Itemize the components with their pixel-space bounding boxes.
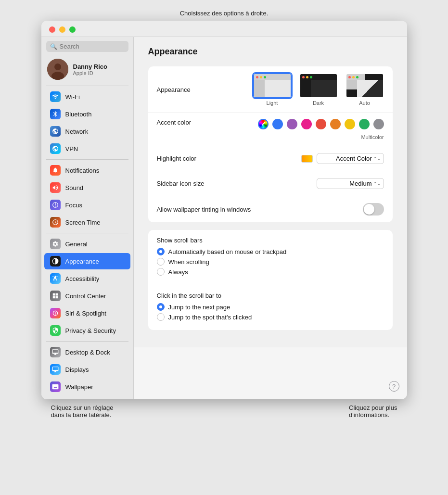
sidebar-icon-select[interactable]: Medium Small Large <box>317 178 384 189</box>
accent-red[interactable] <box>316 119 326 129</box>
sidebar-item-displays[interactable]: Displays <box>44 361 130 378</box>
network-icon <box>50 126 61 137</box>
highlight-color-control: Accent Color <box>253 153 384 164</box>
scroll-click-section: Click in the scroll bar to Jump to the n… <box>148 285 393 330</box>
sidebar-item-focus[interactable]: Focus <box>44 197 130 213</box>
minimize-button[interactable] <box>59 26 65 33</box>
light-thumb <box>253 73 292 98</box>
wallpaper-tinting-toggle[interactable] <box>363 203 384 216</box>
annotation-top: Choisissez des options à droite. <box>180 10 269 17</box>
search-bar[interactable]: 🔍 <box>46 41 128 52</box>
help-button[interactable]: ? <box>389 381 399 392</box>
scrollbars-scrolling-label: When scrolling <box>168 258 209 266</box>
sidebar-item-vpn[interactable]: VPN <box>44 140 130 157</box>
desktop-icon <box>50 347 61 357</box>
siri-icon <box>50 308 61 318</box>
vpn-label: VPN <box>65 145 78 152</box>
sidebar-item-wallpaper[interactable]: Wallpaper <box>44 379 130 395</box>
focus-label: Focus <box>65 202 82 209</box>
sidebar-divider <box>46 86 128 86</box>
show-scrollbars-title: Show scroll bars <box>157 237 384 244</box>
accent-yellow[interactable] <box>345 119 355 129</box>
appearance-auto[interactable]: Auto <box>346 73 384 106</box>
sidebar-item-privacy[interactable]: Privacy & Security <box>44 322 130 339</box>
user-name: Danny Rico <box>73 63 108 70</box>
appearance-card: Appearance <box>148 66 393 222</box>
accessibility-icon <box>50 273 61 284</box>
scroll-click-spot-option[interactable]: Jump to the spot that's clicked <box>157 313 384 321</box>
notifications-icon <box>50 165 61 176</box>
wifi-label: Wi-Fi <box>65 93 80 101</box>
sidebar-item-sound[interactable]: Sound <box>44 179 130 196</box>
sidebar-item-screentime[interactable]: Screen Time <box>44 214 130 230</box>
highlight-control-inner: Accent Color <box>301 153 384 164</box>
sidebar-item-desktop[interactable]: Desktop & Dock <box>44 344 130 360</box>
sidebar-item-appearance[interactable]: Appearance <box>44 253 130 269</box>
sidebar-item-general[interactable]: General <box>44 236 130 252</box>
dark-label: Dark <box>313 100 324 106</box>
scroll-click-title: Click in the scroll bar to <box>157 292 384 299</box>
scroll-click-nextpage-option[interactable]: Jump to the next page <box>157 303 384 311</box>
scrollbars-auto-label: Automatically based on mouse or trackpad <box>168 248 287 255</box>
user-card[interactable]: Danny Rico Apple ID <box>41 55 133 84</box>
sidebar-item-network[interactable]: Network <box>44 123 130 140</box>
accessibility-label: Accessibility <box>65 275 100 282</box>
close-button[interactable] <box>49 26 55 33</box>
highlight-swatch <box>301 155 313 163</box>
toggle-thumb <box>364 204 374 215</box>
scroll-click-nextpage-radio <box>157 303 165 311</box>
appearance-icon <box>50 256 61 267</box>
screentime-label: Screen Time <box>65 219 101 226</box>
sidebar-item-accessibility[interactable]: Accessibility <box>44 270 130 287</box>
accent-orange[interactable] <box>330 119 341 129</box>
controlcenter-icon <box>50 291 61 301</box>
dark-thumb <box>299 73 338 98</box>
wallpaper-tinting-control <box>260 203 384 216</box>
search-input[interactable] <box>60 43 125 50</box>
accent-blue[interactable] <box>272 119 283 129</box>
highlight-select[interactable]: Accent Color <box>317 153 384 164</box>
appearance-row: Appearance <box>148 66 393 113</box>
vpn-icon <box>50 143 61 154</box>
scrollbars-auto-option[interactable]: Automatically based on mouse or trackpad <box>157 248 384 255</box>
appearance-dark[interactable]: Dark <box>299 73 338 106</box>
wallpaper-icon <box>50 381 61 392</box>
accent-graphite[interactable] <box>373 119 384 129</box>
search-icon: 🔍 <box>50 43 57 50</box>
user-info: Danny Rico Apple ID <box>73 63 108 76</box>
sound-icon <box>50 182 61 193</box>
wallpaper-tinting-label: Allow wallpaper tinting in windows <box>157 206 251 213</box>
scrollbars-always-option[interactable]: Always <box>157 268 384 276</box>
accent-green[interactable] <box>359 119 370 129</box>
displays-icon <box>50 364 61 375</box>
sound-label: Sound <box>65 184 84 191</box>
scroll-click-spot-radio <box>157 313 165 321</box>
scrollbars-scrolling-radio <box>157 258 165 266</box>
appearance-thumbs: Light <box>253 73 384 106</box>
accent-multicolor[interactable] <box>258 119 269 129</box>
titlebar <box>41 21 407 37</box>
appearance-light[interactable]: Light <box>253 73 292 106</box>
sidebar-divider-2 <box>46 159 128 160</box>
accent-pink[interactable] <box>301 119 312 129</box>
bluetooth-icon <box>50 109 61 119</box>
sidebar-divider-3 <box>46 233 128 233</box>
sidebar-item-wifi[interactable]: Wi-Fi <box>44 89 130 105</box>
siri-label: Siri & Spotlight <box>65 310 106 317</box>
displays-label: Displays <box>65 366 89 373</box>
wifi-icon <box>50 91 61 102</box>
show-scrollbars-section: Show scroll bars Automatically based on … <box>148 230 393 285</box>
accent-purple[interactable] <box>287 119 297 129</box>
scrollbars-card: Show scroll bars Automatically based on … <box>148 230 393 330</box>
sidebar-item-controlcenter[interactable]: Control Center <box>44 288 130 304</box>
controlcenter-label: Control Center <box>65 292 106 300</box>
wallpaper-tinting-row: Allow wallpaper tinting in windows <box>148 196 393 222</box>
scrollbars-scrolling-option[interactable]: When scrolling <box>157 258 384 266</box>
maximize-button[interactable] <box>69 26 76 33</box>
sidebar-item-siri[interactable]: Siri & Spotlight <box>44 305 130 321</box>
sidebar-item-bluetooth[interactable]: Bluetooth <box>44 106 130 122</box>
sidebar-item-notifications[interactable]: Notifications <box>44 162 130 178</box>
main-content-wrapper: Appearance Appearance <box>134 37 407 399</box>
accent-color-control: Multicolor <box>253 119 384 140</box>
appearance-options: Light <box>253 73 384 106</box>
